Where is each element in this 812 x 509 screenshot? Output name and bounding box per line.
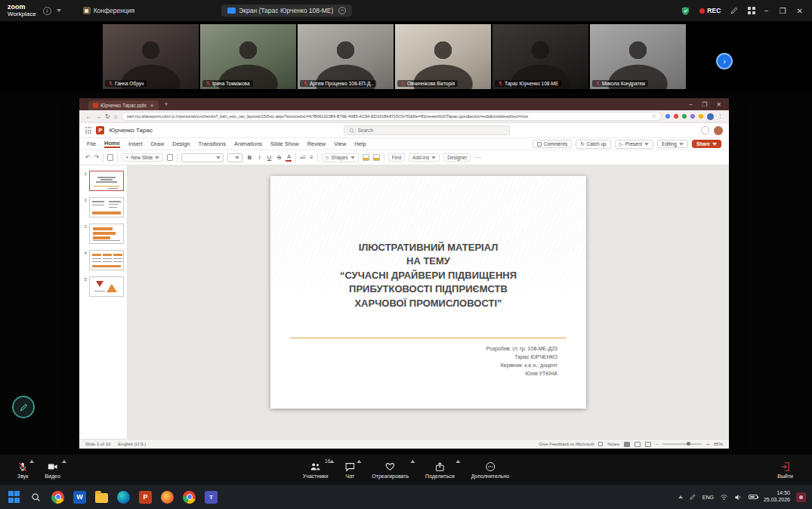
share-caret[interactable] [456, 460, 461, 463]
feedback-link[interactable]: Give Feedback to Microsoft [539, 442, 594, 446]
thumbnail-slide-4[interactable]: 4 [81, 250, 124, 270]
zoom-in-icon[interactable]: + [706, 442, 709, 446]
next-participants-button[interactable]: › [716, 53, 733, 69]
start-button[interactable] [6, 489, 22, 505]
menu-animations[interactable]: Animations [234, 140, 262, 147]
redo-icon[interactable]: ↷ [94, 154, 100, 161]
extension-icon-4[interactable] [690, 114, 695, 119]
annotation-tool-button[interactable] [12, 396, 35, 418]
designer-button[interactable]: Designer [443, 153, 471, 162]
tray-chevron-up-icon[interactable] [678, 495, 683, 498]
paste-clipboard-icon[interactable] [107, 154, 113, 161]
minimize-icon[interactable]: − [764, 7, 769, 15]
participants-caret[interactable] [329, 460, 334, 463]
info-icon[interactable]: i [43, 7, 51, 15]
tab-screen-share[interactable]: Экран (Тарас Юрченко 108-МЕ) − [221, 5, 352, 17]
notes-checkbox-icon[interactable] [598, 442, 603, 446]
align-icon[interactable]: ≡ [310, 154, 313, 161]
search-input[interactable] [358, 128, 505, 133]
app-launcher-icon[interactable] [85, 127, 91, 133]
zoom-slider[interactable] [662, 443, 702, 445]
taskbar-search-button[interactable] [28, 489, 44, 505]
tab-conference[interactable]: Конференция [77, 5, 140, 17]
back-icon[interactable]: ← [85, 113, 91, 120]
thumbnail-slide-1[interactable]: 1 [81, 171, 124, 191]
browser-menu-icon[interactable]: ⋮ [718, 113, 723, 119]
powerpoint-logo-icon[interactable]: P [96, 126, 104, 134]
collapse-tab-icon[interactable]: − [338, 7, 346, 14]
tab-close-icon[interactable]: × [150, 102, 154, 109]
browser-minimize-icon[interactable]: − [689, 101, 693, 108]
undo-icon[interactable]: ↶ [85, 154, 91, 161]
participant-tile-5-active-speaker[interactable]: Тарас Юрченко 108-МЕ [492, 24, 588, 89]
browser-close-icon[interactable]: ✕ [716, 101, 721, 108]
security-shield-icon[interactable] [681, 6, 690, 16]
pen-input-icon[interactable] [689, 493, 696, 501]
refresh-icon[interactable]: ↻ [105, 113, 110, 120]
font-color-button[interactable]: A [286, 153, 292, 162]
extension-icon-1[interactable] [665, 114, 670, 119]
more-button[interactable]: Дополнительно [463, 455, 517, 485]
chat-caret[interactable] [357, 460, 361, 463]
current-slide[interactable]: ІЛЮСТРАТИВНИЙ МАТЕРІАЛ НА ТЕМУ “СУЧАСНІ … [270, 176, 586, 409]
share-screen-button[interactable]: Поделиться [417, 455, 463, 485]
menu-view[interactable]: View [334, 140, 346, 147]
language-status[interactable]: English (U.S.) [118, 442, 146, 446]
browser-profile-avatar[interactable] [707, 113, 714, 120]
annotate-pencil-icon[interactable] [730, 6, 739, 15]
participant-tile-6[interactable]: Микола Кондратюк [590, 24, 686, 89]
menu-slideshow[interactable]: Slide Show [270, 140, 299, 147]
bullet-list-icon[interactable]: •≡ [300, 154, 305, 161]
shape-outline-icon[interactable] [373, 154, 380, 161]
zoom-slider-thumb[interactable] [687, 442, 690, 446]
battery-icon[interactable] [749, 495, 758, 499]
zoom-out-icon[interactable]: − [656, 442, 659, 446]
comments-button[interactable]: Comments [533, 140, 572, 148]
close-icon[interactable]: ✕ [797, 7, 803, 15]
leave-meeting-button[interactable]: Выйти [769, 461, 801, 479]
new-slide-button[interactable]: +New Slide [122, 153, 163, 162]
font-size-dropdown[interactable] [227, 153, 242, 162]
participant-tile-3[interactable]: Артем Проценко 108-ЕП-Д.. [298, 24, 394, 89]
participants-button[interactable]: Участники 16 [295, 455, 336, 485]
underline-button[interactable]: U [266, 154, 272, 161]
find-button[interactable]: Find [388, 153, 406, 162]
font-name-dropdown[interactable] [181, 153, 224, 162]
menu-insert[interactable]: Insert [128, 140, 143, 147]
volume-icon[interactable] [734, 493, 743, 501]
slide-sorter-view-icon[interactable] [634, 442, 641, 447]
share-button[interactable]: Share [692, 140, 721, 148]
notes-toggle[interactable]: Notes [607, 442, 619, 446]
address-bar[interactable]: uart-my.sharepoint.com/:p:/r/personal/yu… [122, 112, 662, 121]
file-explorer-taskbar-icon[interactable] [94, 489, 110, 505]
browser-maximize-icon[interactable]: ❐ [702, 101, 707, 108]
language-indicator[interactable]: ENG [702, 495, 714, 500]
menu-file[interactable]: File [87, 140, 96, 147]
account-avatar[interactable] [714, 126, 723, 135]
teams-taskbar-icon[interactable]: T [203, 489, 219, 505]
italic-button[interactable]: I [256, 154, 262, 161]
menu-help[interactable]: Help [354, 140, 366, 147]
bold-button[interactable]: B [246, 154, 252, 161]
menu-transitions[interactable]: Transitions [199, 140, 226, 147]
catchup-button[interactable]: ↻Catch up [576, 140, 610, 149]
powerpoint-taskbar-icon[interactable]: P [137, 489, 153, 505]
notification-icon[interactable] [796, 492, 806, 502]
audio-options-caret[interactable] [29, 460, 34, 463]
view-grid-icon[interactable] [748, 7, 755, 14]
menu-draw[interactable]: Draw [151, 140, 165, 147]
zoom-level[interactable]: 85% [714, 442, 723, 446]
edge-taskbar-icon[interactable] [116, 489, 131, 505]
thumbnail-slide-5[interactable]: 5 [81, 276, 124, 297]
new-tab-icon[interactable]: + [165, 100, 168, 108]
editing-mode-button[interactable]: Editing [657, 140, 688, 148]
browser-taskbar-icon[interactable] [181, 489, 197, 505]
taskbar-clock[interactable]: 14:50 25.03.2026 [764, 490, 790, 504]
menu-design[interactable]: Design [172, 140, 190, 147]
favorite-star-icon[interactable]: ☆ [652, 113, 656, 119]
slide-layout-icon[interactable] [167, 154, 173, 161]
react-button[interactable]: Отреагировать [363, 455, 417, 485]
forward-icon[interactable]: → [95, 113, 101, 120]
participant-tile-2[interactable]: Ірина Токмакова [200, 24, 296, 89]
chevron-down-icon[interactable] [57, 9, 61, 12]
